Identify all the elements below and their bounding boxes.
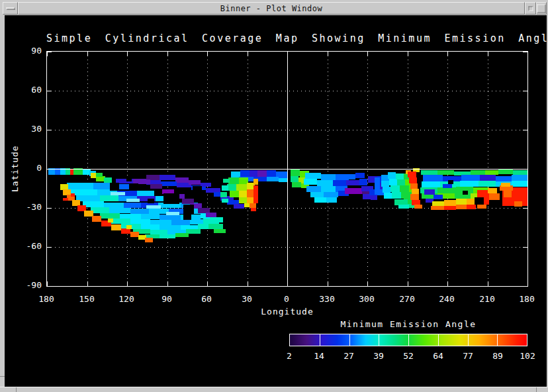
- colorbar-tick-label: 102: [516, 351, 539, 361]
- map-patch: [306, 186, 321, 192]
- map-patch: [250, 203, 256, 208]
- map-patch: [161, 181, 177, 186]
- tick-mark: [47, 169, 52, 170]
- map-patch: [371, 195, 377, 200]
- map-patch: [146, 205, 161, 209]
- map-patch: [292, 182, 301, 187]
- map-patch: [220, 192, 227, 197]
- colorbar-divider: [408, 334, 409, 346]
- y-tick-label: 0: [13, 163, 42, 173]
- map-patch: [160, 234, 175, 238]
- map-patch: [267, 177, 279, 181]
- y-tick-label: -60: [13, 241, 42, 251]
- tick-mark: [47, 281, 48, 286]
- frame-notch: [0, 376, 5, 377]
- dash-icon: [6, 7, 15, 10]
- map-patch: [92, 216, 101, 222]
- tick-mark: [408, 52, 408, 56]
- y-tick-label: 60: [13, 85, 42, 95]
- map-patch: [193, 186, 202, 194]
- map-patch: [141, 214, 160, 219]
- small-square-icon: [528, 6, 533, 11]
- tick-mark: [523, 247, 527, 248]
- map-patch: [130, 209, 149, 214]
- map-patch: [175, 177, 189, 183]
- map-patch: [291, 170, 300, 176]
- map-patch: [91, 207, 109, 213]
- map-patch: [321, 186, 336, 192]
- colorbar-tick-label: 52: [396, 351, 420, 361]
- map-patch: [201, 183, 211, 187]
- map-patch: [496, 176, 512, 181]
- map-patch: [489, 193, 500, 200]
- tick-mark: [523, 169, 527, 170]
- map-patch: [247, 197, 253, 203]
- window-border-left[interactable]: [0, 15, 5, 387]
- map-patch: [230, 191, 239, 197]
- x-tick-label: 180: [32, 294, 61, 304]
- minimize-button[interactable]: [525, 2, 536, 15]
- map-patch: [304, 179, 317, 185]
- tick-mark: [47, 130, 52, 130]
- map-patch: [448, 180, 453, 184]
- title-bar-drag-area[interactable]: Binner - Plot Window: [18, 2, 525, 15]
- map-patch: [96, 173, 103, 177]
- map-patch: [443, 184, 452, 188]
- map-patch: [485, 170, 498, 175]
- map-patch: [504, 191, 512, 197]
- map-patch: [111, 219, 130, 224]
- map-patch: [183, 215, 191, 220]
- map-patch: [409, 177, 417, 183]
- map-patch: [251, 208, 256, 211]
- tick-mark: [523, 130, 527, 130]
- tick-mark: [47, 247, 52, 248]
- map-patch: [461, 175, 480, 181]
- map-patch: [145, 238, 153, 242]
- map-patch: [171, 220, 190, 225]
- map-patch: [383, 187, 390, 193]
- map-patch: [392, 192, 401, 199]
- map-patch: [126, 225, 132, 229]
- tick-mark: [287, 281, 288, 286]
- map-patch: [148, 199, 154, 203]
- colorbar-tick-label: 27: [337, 351, 361, 361]
- colorbar-divider: [468, 334, 469, 346]
- title-bar[interactable]: Binner - Plot Window: [0, 0, 548, 15]
- map-patch: [137, 191, 154, 196]
- window-menu-button[interactable]: [3, 2, 18, 15]
- map-patch: [150, 184, 162, 189]
- map-patch: [138, 179, 150, 184]
- map-patch: [244, 203, 250, 207]
- map-patch: [321, 174, 336, 180]
- map-patch: [410, 194, 419, 200]
- map-patch: [253, 197, 258, 203]
- map-patch: [444, 200, 456, 206]
- tick-mark: [488, 281, 488, 286]
- map-patch: [126, 199, 140, 202]
- map-patch: [108, 219, 113, 222]
- map-patch: [257, 170, 267, 177]
- tick-mark: [248, 281, 248, 286]
- tick-mark: [523, 52, 527, 52]
- map-patch: [437, 170, 454, 175]
- map-patch: [475, 197, 484, 205]
- colorbar-tick-label: 64: [426, 351, 450, 361]
- map-patch: [100, 195, 118, 201]
- map-patch: [414, 205, 422, 209]
- map-patch: [333, 180, 347, 186]
- map-patch: [384, 193, 392, 199]
- map-patch: [240, 170, 250, 177]
- maximize-button[interactable]: [536, 2, 547, 15]
- map-patch: [471, 170, 485, 175]
- tick-mark: [47, 91, 52, 91]
- colorbar-tick-label: 14: [307, 351, 331, 361]
- map-patch: [166, 212, 179, 215]
- tick-mark: [408, 281, 408, 286]
- colorbar-divider: [349, 334, 350, 346]
- tick-mark: [523, 208, 527, 209]
- tick-mark: [523, 91, 527, 91]
- x-axis-label: Longitude: [46, 307, 528, 317]
- window-border-bottom[interactable]: [0, 387, 548, 392]
- map-patch: [109, 208, 130, 213]
- map-patch: [437, 187, 456, 193]
